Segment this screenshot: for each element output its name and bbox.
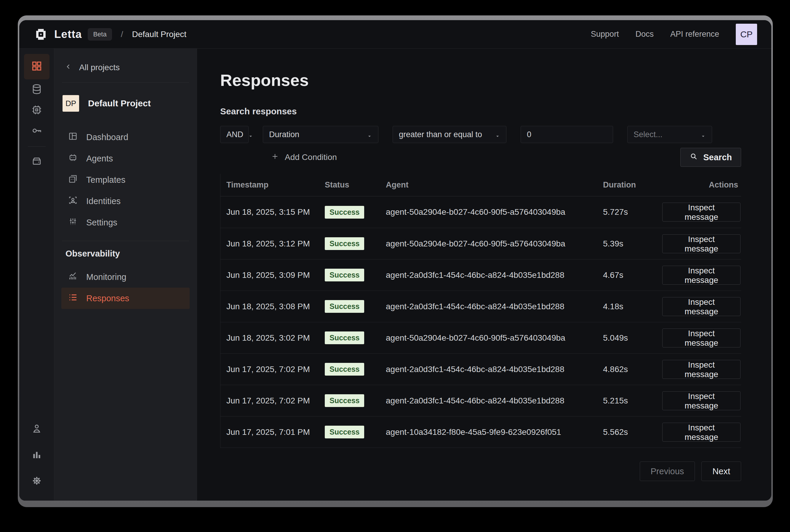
sidebar-section-divider <box>62 241 189 241</box>
chevron-down-icon <box>495 132 500 137</box>
status-cell: Success <box>325 237 386 250</box>
status-badge: Success <box>325 237 364 250</box>
list-icon <box>68 292 78 304</box>
status-cell: Success <box>325 363 386 376</box>
top-nav: Support Docs API reference CP <box>591 24 757 45</box>
status-cell: Success <box>325 331 386 344</box>
sidebar-item-label: Responses <box>86 293 129 303</box>
timestamp-cell: Jun 18, 2025, 3:08 PM <box>221 302 325 311</box>
agent-cell: agent-2a0d3fc1-454c-46bc-a824-4b035e1bd2… <box>386 396 603 405</box>
app-window-content: Letta Beta / Default Project Support Doc… <box>19 20 771 500</box>
duration-cell: 4.18s <box>603 302 662 311</box>
timestamp-cell: Jun 17, 2025, 7:01 PM <box>221 428 325 437</box>
status-badge: Success <box>325 206 364 218</box>
robot-agents-icon <box>68 153 78 165</box>
next-page-button[interactable]: Next <box>701 461 741 481</box>
logic-operator-value: AND <box>226 130 243 139</box>
inspect-message-button[interactable]: Inspect message <box>662 391 740 410</box>
column-header-timestamp: Timestamp <box>221 180 325 190</box>
database-icon <box>31 83 42 96</box>
actions-cell: Inspect message <box>662 234 741 253</box>
table-body: Jun 18, 2025, 3:15 PM Success agent-50a2… <box>221 196 741 448</box>
status-cell: Success <box>325 300 386 313</box>
inspect-message-button[interactable]: Inspect message <box>662 328 740 347</box>
actions-cell: Inspect message <box>662 297 741 316</box>
filter-field-dropdown[interactable]: Duration <box>263 126 378 143</box>
inspect-message-button[interactable]: Inspect message <box>662 297 740 316</box>
server-box-icon <box>31 155 42 168</box>
bar-chart-icon <box>31 449 42 461</box>
rail-members-button[interactable] <box>24 419 50 440</box>
responses-table: Timestamp Status Agent Duration Actions … <box>220 174 741 448</box>
filter-operator-dropdown[interactable]: greater than or equal to <box>393 126 506 143</box>
filter-operator-value: greater than or equal to <box>399 130 482 139</box>
actions-cell: Inspect message <box>662 328 741 347</box>
inspect-message-button[interactable]: Inspect message <box>662 234 740 253</box>
inspect-message-button[interactable]: Inspect message <box>662 203 740 222</box>
filter-row: AND Duration greater than or equal to Se… <box>220 126 741 143</box>
inspect-message-button[interactable]: Inspect message <box>662 423 740 442</box>
rail-api-keys-button[interactable] <box>24 121 50 141</box>
timestamp-cell: Jun 17, 2025, 7:02 PM <box>221 396 325 405</box>
nav-link-support[interactable]: Support <box>591 30 619 39</box>
rail-projects-button[interactable] <box>24 54 50 79</box>
nav-link-docs[interactable]: Docs <box>635 30 654 39</box>
table-header-row: Timestamp Status Agent Duration Actions <box>221 174 741 196</box>
agent-cell: agent-50a2904e-b027-4c60-90f5-a576403049… <box>386 207 603 217</box>
observability-heading: Observability <box>61 244 190 266</box>
status-badge: Success <box>325 394 364 407</box>
sliders-icon <box>68 216 78 229</box>
sidebar-item-monitoring[interactable]: Monitoring <box>61 266 190 288</box>
rail-bottom-group <box>24 419 50 492</box>
search-button[interactable]: Search <box>680 148 741 167</box>
timestamp-cell: Jun 18, 2025, 3:12 PM <box>221 239 325 248</box>
table-row: Jun 17, 2025, 7:01 PM Success agent-10a3… <box>221 416 741 448</box>
timestamp-cell: Jun 18, 2025, 3:02 PM <box>221 333 325 343</box>
sidebar-item-label: Monitoring <box>86 272 126 282</box>
table-row: Jun 17, 2025, 7:02 PM Success agent-2a0d… <box>221 385 741 416</box>
sidebar-item-agents[interactable]: Agents <box>61 148 190 169</box>
sidebar-item-responses[interactable]: Responses <box>61 288 190 309</box>
rail-settings-button[interactable] <box>24 471 50 492</box>
cpu-chip-icon <box>31 104 42 117</box>
previous-page-button[interactable]: Previous <box>640 461 695 481</box>
agent-cell: agent-2a0d3fc1-454c-46bc-a824-4b035e1bd2… <box>386 270 603 280</box>
agent-cell: agent-10a34182-f80e-45a5-9fe9-623e0926f0… <box>386 428 603 437</box>
filter-value-input[interactable] <box>521 126 613 143</box>
project-switcher[interactable]: DP Default Project <box>61 95 190 112</box>
sidebar-item-dashboard[interactable]: Dashboard <box>61 127 190 148</box>
plus-icon <box>271 153 279 162</box>
column-header-actions: Actions <box>662 180 741 190</box>
beta-badge: Beta <box>88 28 112 41</box>
inspect-message-button[interactable]: Inspect message <box>662 360 740 379</box>
rail-database-button[interactable] <box>24 79 50 100</box>
main-content: Responses Search responses AND Duration … <box>197 49 771 500</box>
add-condition-button[interactable]: Add Condition <box>271 153 337 162</box>
filter-field-value: Duration <box>269 130 299 139</box>
logic-operator-dropdown[interactable]: AND <box>220 126 249 143</box>
nav-link-api-reference[interactable]: API reference <box>670 30 719 39</box>
rail-self-hosted-button[interactable] <box>24 151 50 172</box>
condition-row: Add Condition Search <box>220 148 741 167</box>
sidebar-item-identities[interactable]: Identities <box>61 190 190 212</box>
sidebar-item-settings[interactable]: Settings <box>61 212 190 233</box>
sidebar-item-label: Templates <box>86 175 125 185</box>
timestamp-cell: Jun 18, 2025, 3:09 PM <box>221 270 325 280</box>
filter-unit-dropdown[interactable]: Select... <box>627 126 712 143</box>
top-bar: Letta Beta / Default Project Support Doc… <box>19 20 771 49</box>
rail-cpu-button[interactable] <box>24 100 50 121</box>
actions-cell: Inspect message <box>662 391 741 410</box>
rail-usage-button[interactable] <box>24 445 50 466</box>
agent-cell: agent-50a2904e-b027-4c60-90f5-a576403049… <box>386 239 603 248</box>
status-badge: Success <box>325 300 364 313</box>
all-projects-back-link[interactable]: All projects <box>61 59 190 82</box>
inspect-message-button[interactable]: Inspect message <box>662 266 740 285</box>
filter-unit-placeholder: Select... <box>634 130 663 139</box>
sidebar-item-label: Dashboard <box>86 132 128 142</box>
user-avatar[interactable]: CP <box>736 24 757 45</box>
sidebar-item-templates[interactable]: Templates <box>61 169 190 190</box>
duration-cell: 4.67s <box>603 270 662 280</box>
table-row: Jun 17, 2025, 7:02 PM Success agent-2a0d… <box>221 354 741 385</box>
table-row: Jun 18, 2025, 3:12 PM Success agent-50a2… <box>221 228 741 259</box>
table-row: Jun 18, 2025, 3:09 PM Success agent-2a0d… <box>221 259 741 290</box>
